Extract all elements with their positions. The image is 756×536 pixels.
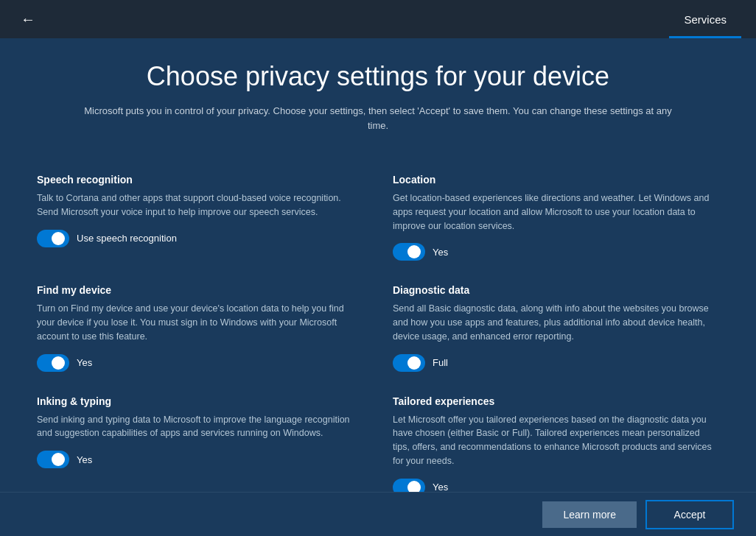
services-tab-label: Services [684,13,727,26]
setting-location-title: Location [393,174,719,186]
page-subtitle: Microsoft puts you in control of your pr… [83,104,673,133]
tailored-experiences-toggle-container: Yes [393,479,719,492]
setting-location-desc: Get location-based experiences like dire… [393,191,719,233]
inking-typing-toggle-label: Yes [77,454,92,465]
services-tab: Services [669,0,741,38]
diagnostic-data-toggle-label: Full [433,357,448,368]
settings-grid: Speech recognition Talk to Cortana and o… [22,147,734,492]
setting-diagnostic-data-desc: Send all Basic diagnostic data, along wi… [393,302,719,343]
setting-tailored-experiences: Tailored experiences Let Microsoft offer… [393,384,719,492]
title-section: Choose privacy settings for your device … [22,38,734,147]
speech-recognition-toggle[interactable] [37,230,69,247]
location-toggle[interactable] [393,243,425,261]
setting-tailored-experiences-desc: Let Microsoft offer you tailored experie… [393,413,719,468]
setting-find-my-device-desc: Turn on Find my device and use your devi… [37,302,363,343]
setting-diagnostic-data: Diagnostic data Send all Basic diagnosti… [393,272,719,383]
header: ← Services [0,0,756,38]
find-my-device-toggle[interactable] [37,354,69,372]
diagnostic-data-toggle[interactable] [393,354,425,372]
setting-inking-typing-title: Inking & typing [37,395,363,407]
location-toggle-label: Yes [433,247,448,258]
setting-diagnostic-data-title: Diagnostic data [393,284,719,296]
setting-speech-recognition-title: Speech recognition [37,174,363,186]
find-my-device-toggle-label: Yes [77,357,92,368]
footer: Learn more Accept [0,492,756,536]
speech-recognition-toggle-label: Use speech recognition [77,233,177,244]
speech-recognition-toggle-container: Use speech recognition [37,230,363,247]
setting-speech-recognition-desc: Talk to Cortana and other apps that supp… [37,191,363,219]
inking-typing-toggle[interactable] [37,451,69,468]
back-button[interactable]: ← [15,6,41,32]
setting-find-my-device-title: Find my device [37,284,363,296]
setting-inking-typing-desc: Send inking and typing data to Microsoft… [37,413,363,441]
setting-inking-typing: Inking & typing Send inking and typing d… [37,384,363,492]
header-right: Services [669,0,741,38]
diagnostic-data-toggle-container: Full [393,354,719,372]
setting-speech-recognition: Speech recognition Talk to Cortana and o… [37,162,363,272]
learn-more-button[interactable]: Learn more [542,501,637,528]
main-content: Choose privacy settings for your device … [0,38,756,492]
tailored-experiences-toggle[interactable] [393,479,425,492]
accept-button[interactable]: Accept [645,500,734,529]
tailored-experiences-toggle-label: Yes [433,482,448,492]
page-title: Choose privacy settings for your device [66,60,690,92]
setting-tailored-experiences-title: Tailored experiences [393,395,719,407]
inking-typing-toggle-container: Yes [37,451,363,468]
find-my-device-toggle-container: Yes [37,354,363,372]
setting-location: Location Get location-based experiences … [393,162,719,272]
location-toggle-container: Yes [393,243,719,261]
setting-find-my-device: Find my device Turn on Find my device an… [37,272,363,383]
